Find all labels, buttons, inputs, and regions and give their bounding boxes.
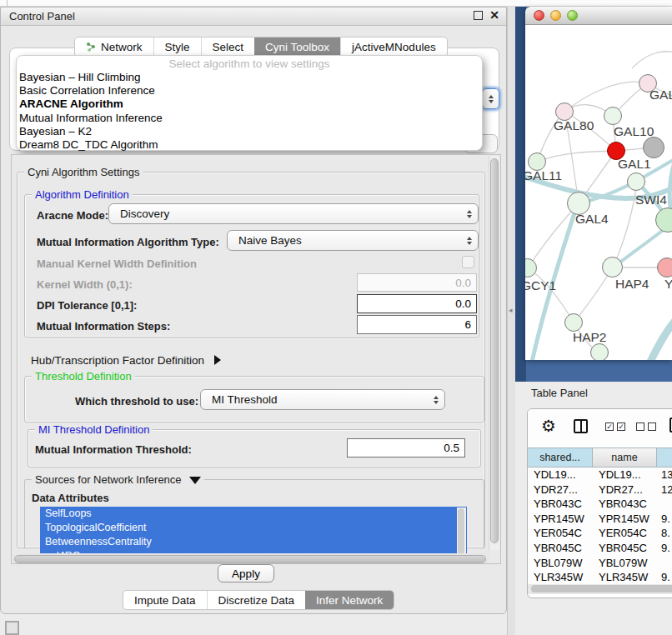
data-attributes-label: Data Attributes (32, 492, 109, 504)
node-label: HAP2 (573, 330, 607, 345)
tab-infer-network[interactable]: Infer Network (305, 591, 394, 609)
column-header-partial[interactable] (657, 448, 672, 468)
algorithm-definition-title: Algorithm Definition (32, 188, 133, 201)
manual-kernel-checkbox[interactable] (462, 256, 474, 268)
algorithm-placeholder: Select algorithm to view settings (17, 58, 482, 71)
node-salmon[interactable] (657, 258, 672, 278)
mi-type-value: Naive Bayes (228, 234, 467, 247)
node-hap4[interactable] (602, 257, 623, 278)
tab-discretize-data-label: Discretize Data (218, 594, 295, 607)
minimize-traffic-light-icon[interactable] (550, 10, 561, 21)
collapsed-panel-icon[interactable] (5, 621, 19, 635)
tab-impute-data[interactable]: Impute Data (123, 591, 207, 609)
node-bottom[interactable] (590, 343, 609, 360)
combo-spinner-icon (467, 210, 472, 218)
tab-select-label: Select (213, 41, 244, 53)
aracne-mode-combo[interactable]: Discovery (108, 203, 479, 224)
node-label: GAL4 (575, 212, 609, 227)
node-label: GAL1 (618, 157, 651, 172)
gear-icon[interactable]: ⚙ (541, 416, 556, 436)
node-hap2[interactable] (564, 313, 583, 332)
tab-style-label: Style (165, 41, 190, 53)
mi-type-combo[interactable]: Naive Bayes (227, 230, 479, 251)
column-header-name[interactable]: name (593, 448, 657, 468)
mi-threshold-field[interactable]: 0.5 (347, 438, 465, 458)
node-gal10[interactable] (604, 107, 622, 125)
table-row[interactable]: YBL079WYBL079W (528, 556, 672, 571)
tab-select[interactable]: Select (201, 38, 255, 57)
algorithm-combo-arrow[interactable] (482, 88, 499, 109)
tab-discretize-data[interactable]: Discretize Data (207, 591, 306, 609)
node-label: GAL80 (554, 118, 594, 133)
tab-impute-data-label: Impute Data (134, 594, 196, 607)
table-row[interactable]: YBR045CYBR045C9. (528, 541, 672, 556)
attribute-item[interactable]: BetweennessCentrality (40, 535, 467, 549)
control-panel: Control Panel ✕ Network Style Select Cyn… (0, 7, 507, 614)
tab-style[interactable]: Style (153, 38, 201, 57)
close-icon[interactable]: ✕ (489, 8, 499, 22)
checked-checkbox-icon[interactable]: ✓ (605, 422, 614, 431)
table-row[interactable]: YBR043CYBR043C (528, 497, 672, 512)
cyni-algorithm-settings-title: Cyni Algorithm Settings (24, 166, 143, 178)
node-swi4[interactable] (627, 172, 645, 191)
tab-jactivemnodules[interactable]: jActiveMNodules (340, 38, 447, 57)
algorithm-option[interactable]: Dream8 DC_TDC Algorithm (17, 138, 482, 152)
column-header-shared[interactable]: shared... (528, 448, 593, 468)
table-row[interactable]: YLR345WYLR345W9. (528, 570, 672, 584)
dpi-tolerance-field[interactable]: 0.0 (357, 294, 477, 313)
node-label: SWI4 (635, 192, 667, 208)
tab-jactivemnodules-label: jActiveMNodules (352, 41, 436, 53)
kernel-width-field[interactable]: 0.0 (357, 273, 477, 292)
apply-button[interactable]: Apply (218, 564, 274, 582)
zoom-traffic-light-icon[interactable] (567, 10, 578, 21)
network-canvas[interactable]: GAL GAL80 GAL10 GAL1 GAL11 SWI4 GAL4 GCY… (525, 25, 672, 360)
network-view-window[interactable]: GAL GAL80 GAL10 GAL1 GAL11 SWI4 GAL4 GCY… (525, 7, 672, 360)
algorithm-option[interactable]: Basic Correlation Inference (17, 84, 482, 98)
table-row[interactable]: YER054CYER054C8. (528, 526, 672, 541)
algorithm-option[interactable]: Bayesian – Hill Climbing (17, 71, 482, 84)
splitter-collapse-icon[interactable]: ◂ (509, 306, 513, 314)
attribute-item[interactable]: SelfLoops (40, 507, 467, 521)
combo-spinner-icon (467, 237, 472, 245)
mi-steps-field[interactable]: 6 (357, 315, 477, 334)
which-threshold-label: Which threshold to use: (75, 395, 198, 408)
attribute-item[interactable]: TopologicalCoefficient (40, 521, 467, 535)
aracne-mode-label: Aracne Mode: (37, 209, 108, 222)
unchecked-checkbox-icon[interactable] (648, 422, 656, 431)
settings-horizontal-scrollbar[interactable] (13, 553, 489, 564)
sources-expander[interactable]: Sources for Network Inference (32, 473, 204, 486)
node-label: HAP4 (615, 277, 649, 292)
checked-checkbox-icon[interactable]: ✓ (617, 422, 625, 431)
table-row[interactable]: YDL19...YDL19...13 (528, 468, 672, 482)
unchecked-checkbox-icon[interactable] (636, 422, 644, 431)
mi-threshold-definition-group: MI Threshold Definition Mutual Informati… (28, 429, 481, 468)
expander-down-icon (189, 477, 201, 484)
top-strip (0, 0, 672, 7)
columns-icon[interactable] (574, 419, 588, 433)
network-window-titlebar[interactable] (525, 7, 672, 25)
which-threshold-combo[interactable]: MI Threshold (200, 389, 445, 410)
panel-splitter[interactable] (507, 7, 515, 635)
float-window-icon[interactable] (474, 11, 483, 20)
table-row[interactable]: YDR27...YDR27...12 (528, 482, 672, 498)
control-panel-titlebar (1, 8, 506, 26)
mi-type-label: Mutual Information Algorithm Type: (37, 236, 219, 248)
spinner-up-icon (489, 95, 494, 98)
table-row[interactable]: YPR145WYPR145W9. (528, 512, 672, 527)
kernel-width-label: Kernel Width (0,1): (37, 278, 133, 291)
algorithm-option[interactable]: Mutual Information Inference (17, 112, 482, 125)
table-panel-title: Table Panel (531, 387, 588, 399)
node-label: GAL (649, 88, 672, 102)
tab-infer-network-label: Infer Network (316, 594, 383, 607)
tab-cyni-toolbox[interactable]: Cyni Toolbox (254, 38, 340, 57)
algorithm-option-selected[interactable]: ARACNE Algorithm (17, 98, 482, 111)
node-gray[interactable] (643, 137, 664, 158)
table-body: YDL19...YDL19...13 YDR27...YDR27...12 YB… (528, 468, 672, 584)
hub-definition-expander[interactable]: Hub/Transcription Factor Definition (31, 354, 221, 367)
close-traffic-light-icon[interactable] (534, 10, 544, 21)
algorithm-option[interactable]: Bayesian – K2 (17, 125, 482, 138)
tab-network[interactable]: Network (75, 38, 153, 57)
aracne-mode-value: Discovery (109, 208, 467, 220)
settings-vertical-scrollbar[interactable] (489, 156, 499, 551)
table-horizontal-scrollbar[interactable] (528, 584, 672, 594)
